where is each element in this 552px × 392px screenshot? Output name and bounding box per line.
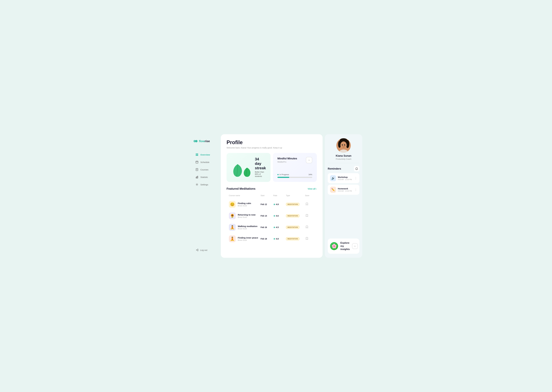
- type-badge: MEDITATION: [286, 214, 299, 217]
- speaker-icon: 🔊: [331, 176, 335, 180]
- course-info: Mindful Minutes Middle/Pro: [277, 157, 297, 163]
- type-badge: MEDITATION: [286, 203, 299, 206]
- pencil-icon: ✏️: [331, 188, 335, 191]
- streak-card: 34 day streak Better than 86% of student…: [227, 153, 271, 182]
- col-rate: Rate: [273, 194, 286, 196]
- course-title: Returning to now: [238, 214, 255, 216]
- sidebar-item-overview[interactable]: Overview: [193, 152, 215, 158]
- course-type: MEDITATION: [286, 203, 305, 206]
- star-icon: ★: [273, 215, 275, 217]
- reminder-homework-info: Homework 8:00 AM - 12:00 PM: [338, 188, 353, 192]
- course-rating: ★ 4.5: [273, 226, 286, 229]
- reminders-header: Reminders: [328, 166, 359, 171]
- logout-button[interactable]: Log out: [193, 247, 215, 253]
- course-type: MEDITATION: [286, 237, 305, 240]
- course-name-cell: 🧘 Finding inner peace Bruno Scott: [229, 235, 261, 242]
- save-course-button[interactable]: [305, 237, 309, 241]
- status-dot: [277, 174, 279, 175]
- course-save: [305, 202, 315, 207]
- course-name-cell: 🧘 Walking meditation Bruno Scott: [229, 224, 261, 231]
- save-course-button[interactable]: [305, 202, 309, 207]
- star-icon: ★: [273, 226, 275, 229]
- course-level: Middle/Pro: [277, 161, 297, 163]
- course-name-info: Walking meditation Bruno Scott: [238, 225, 258, 230]
- view-all-arrow-icon: ›: [316, 188, 317, 190]
- bookmark-icon: [306, 214, 308, 217]
- right-panel: Kiana Sunan Productivity Coach Reminders: [325, 134, 362, 258]
- course-name-info: Finding calm Bruno Scott: [238, 202, 251, 207]
- insights-navigate-button[interactable]: ›: [352, 243, 358, 249]
- star-icon: ★: [273, 238, 275, 240]
- flower-icon-bg: 🌸: [330, 242, 338, 250]
- table-row: 🧘 Walking meditation Bruno Scott Feb 16 …: [227, 222, 317, 233]
- sidebar-item-settings[interactable]: Settings: [193, 181, 215, 188]
- course-save: [305, 214, 315, 218]
- svg-point-1: [195, 140, 198, 142]
- reminder-homework-more-button[interactable]: ⋮: [354, 188, 357, 191]
- svg-rect-5: [197, 155, 198, 156]
- course-thumbnail: 🌻: [229, 212, 236, 219]
- book-icon: [195, 168, 198, 171]
- course-navigate-button[interactable]: ›: [306, 157, 312, 163]
- course-thumbnail: 🧘: [229, 235, 236, 242]
- reminder-homework-icon-bg: ✏️: [330, 187, 336, 193]
- main-content: Profile Welcome back, Kiana! Your progre…: [221, 134, 323, 258]
- svg-rect-3: [197, 154, 198, 154]
- reminder-workshop-icon-bg: 🔊: [330, 175, 336, 181]
- courses-list: 😊 Finding calm Bruno Scott Feb 12 ★ 4.8 …: [227, 199, 317, 244]
- save-course-button[interactable]: [305, 225, 309, 230]
- sidebar-item-label: Schedule: [201, 161, 209, 163]
- course-save: [305, 237, 315, 241]
- reminder-item-workshop: 🔊 Workshop 8:00 AM - 12:00 PM ⋮: [328, 173, 359, 183]
- save-course-button[interactable]: [305, 214, 309, 218]
- bell-button[interactable]: [354, 166, 359, 171]
- star-icon: ★: [273, 203, 275, 206]
- course-rating: ★ 4.8: [273, 238, 286, 240]
- course-start-date: Feb 16: [261, 226, 273, 228]
- welcome-message: Welcome back, Kiana! Your progress is re…: [227, 147, 317, 149]
- table-header: Course name Start Rate Type Save: [227, 193, 317, 198]
- svg-point-25: [345, 144, 345, 145]
- reminder-workshop-more-button[interactable]: ⋮: [354, 177, 357, 180]
- leaf-small-icon: [242, 166, 252, 178]
- course-name-info: Finding inner peace Bruno Scott: [238, 237, 258, 241]
- flower-icon: 🌸: [331, 244, 337, 249]
- streak-info: 34 day streak Better than 86% of student…: [255, 157, 266, 178]
- section-header: Featured Meditations View all ›: [227, 187, 317, 190]
- course-start-date: Feb 18: [261, 238, 273, 240]
- course-type: MEDITATION: [286, 214, 305, 217]
- svg-rect-14: [197, 176, 198, 178]
- course-title: Walking meditation: [238, 225, 258, 227]
- table-row: 😊 Finding calm Bruno Scott Feb 12 ★ 4.8 …: [227, 199, 317, 210]
- progress-status-text: In Progress: [280, 174, 289, 176]
- sidebar-item-statistic[interactable]: Statistic: [193, 174, 215, 180]
- course-author: Bruno Scott: [238, 228, 258, 230]
- col-save: Save: [305, 194, 315, 196]
- reminder-workshop-name: Workshop: [338, 176, 353, 178]
- sidebar-item-schedule[interactable]: Schedule: [193, 159, 215, 165]
- col-type: Type: [286, 194, 305, 196]
- table-row: 🧘 Finding inner peace Bruno Scott Feb 18…: [227, 233, 317, 244]
- logout-icon: [195, 249, 198, 252]
- reminders-section: Reminders 🔊 Workshop 8:00 AM -: [328, 166, 359, 195]
- user-role: Productivity Coach: [336, 158, 351, 160]
- course-author: Bruno Scott: [238, 216, 255, 218]
- view-all-button[interactable]: View all ›: [308, 188, 317, 190]
- course-start-date: Feb 12: [261, 203, 273, 205]
- insights-arrow-icon: ›: [355, 245, 355, 247]
- reminder-homework-name: Homework: [338, 188, 353, 190]
- sidebar-item-courses[interactable]: Courses: [193, 166, 215, 173]
- profile-section: Kiana Sunan Productivity Coach: [328, 138, 359, 163]
- svg-point-15: [196, 184, 197, 185]
- avatar: [336, 138, 351, 153]
- reminders-title: Reminders: [328, 167, 341, 170]
- sidebar-item-label: Settings: [201, 183, 208, 186]
- svg-rect-6: [196, 161, 198, 163]
- page-title: Profile: [227, 140, 317, 146]
- course-name-info: Returning to now Bruno Scott: [238, 214, 255, 218]
- col-start: Start: [261, 194, 273, 196]
- logo-text: flowrise: [199, 140, 210, 143]
- course-author: Bruno Scott: [238, 205, 251, 207]
- svg-rect-2: [196, 154, 197, 154]
- svg-rect-4: [196, 155, 197, 156]
